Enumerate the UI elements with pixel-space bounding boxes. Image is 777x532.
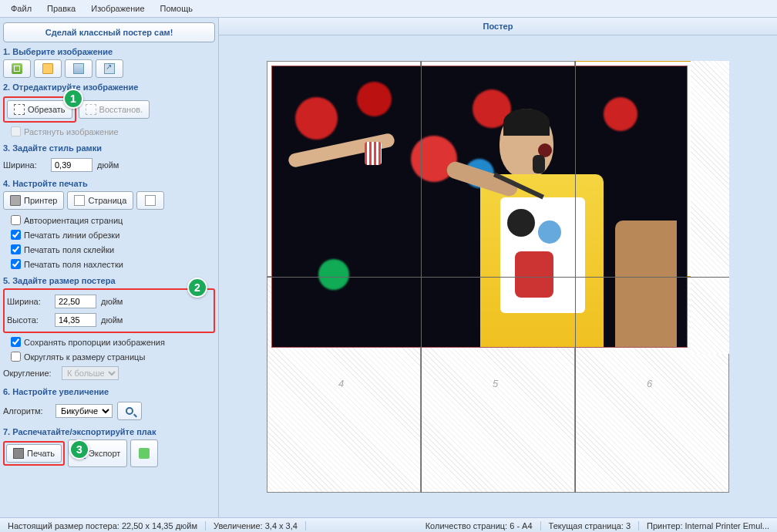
page-num-5: 5 [493, 378, 498, 389]
overlap-margins-checkbox[interactable] [11, 259, 21, 269]
status-page-count: Количество страниц: 6 - A4 [418, 521, 541, 530]
external-image-button[interactable] [96, 59, 123, 78]
menu-edit[interactable]: Правка [39, 2, 83, 15]
algo-select[interactable]: Бикубическ [56, 404, 113, 418]
glue-margins-checkbox[interactable] [11, 244, 21, 254]
stretch-checkbox [11, 126, 21, 136]
save-icon [139, 448, 150, 459]
page-num-6: 6 [647, 378, 652, 389]
cut-lines-checkbox[interactable] [11, 230, 21, 240]
page-num-4: 4 [338, 378, 344, 389]
round-page-checkbox[interactable] [11, 352, 21, 362]
keep-ratio-label: Сохранять пропорции изображения [24, 338, 165, 347]
section4-title: 4. Настройте печать [3, 179, 215, 188]
section7-title: 7. Распечатайте/экспортируйте плак [3, 427, 215, 436]
paste-image-button[interactable] [34, 59, 62, 78]
poster-width-input[interactable] [55, 295, 96, 308]
preview-title: Постер [219, 18, 777, 35]
menu-file[interactable]: Файл [3, 2, 39, 15]
printer-icon [10, 195, 21, 206]
sidebar: Сделай классный постер сам! 1. Выберите … [0, 18, 219, 517]
callout-2: 2 [187, 278, 207, 298]
overlap-margins-label: Печатать поля нахлестки [24, 260, 123, 269]
paste-icon [42, 63, 53, 74]
print-label: Печать [27, 449, 55, 458]
auto-orient-checkbox[interactable] [11, 215, 21, 225]
algo-label: Алгоритм: [3, 406, 51, 416]
round-select: К большем [62, 366, 119, 380]
round-label: Округление: [3, 369, 57, 378]
section2-title: 2. Отредактируйте изображение [3, 82, 215, 92]
page-extra-icon [145, 195, 156, 206]
poster-image [271, 66, 688, 348]
status-printer: Принтер: Internal Printer Emul... [639, 521, 777, 530]
page-icon [74, 195, 85, 206]
cut-lines-label: Печатать линии обрезки [24, 231, 119, 240]
menu-image[interactable]: Изображение [83, 2, 152, 15]
restore-button: Восстанов. [79, 100, 150, 119]
frame-width-input[interactable] [51, 158, 92, 172]
frame-width-unit: дюйм [97, 160, 119, 170]
status-zoom: Увеличение: 3,4 x 3,4 [206, 521, 306, 530]
scan-icon [73, 63, 84, 74]
restore-icon [86, 104, 96, 115]
external-icon [104, 63, 115, 74]
auto-orient-label: Автоориентация страниц [24, 216, 123, 225]
open-icon [12, 63, 22, 74]
stretch-label: Растянуть изображение [24, 127, 119, 136]
poster-width-label: Ширина: [7, 297, 50, 306]
banner-button[interactable]: Сделай классный постер сам! [3, 22, 215, 42]
printer-btn-label: Принтер [24, 196, 57, 205]
printer-button[interactable]: Принтер [3, 191, 64, 210]
keep-ratio-checkbox[interactable] [11, 337, 21, 347]
save-button[interactable] [130, 439, 158, 467]
callout-1: 1 [63, 89, 83, 109]
preview-panel: Постер 1 2 3 4 5 6 [219, 18, 777, 517]
section3-title: 3. Задайте стиль рамки [3, 143, 215, 153]
poster-height-label: Высота: [7, 315, 50, 325]
callout-3: 3 [69, 439, 89, 460]
export-label: Экспорт [89, 449, 120, 458]
status-real-size: Настоящий размер постера: 22,50 x 14,35 … [0, 521, 206, 530]
poster-canvas[interactable]: 1 2 3 4 5 6 [267, 61, 729, 493]
menubar: Файл Правка Изображение Помощь [0, 0, 777, 18]
open-image-button[interactable] [3, 59, 31, 78]
round-page-label: Округлять к размеру страницы [24, 352, 145, 362]
section1-title: 1. Выберите изображение [3, 47, 215, 56]
zoom-icon [126, 407, 133, 415]
poster-height-unit: дюйм [101, 315, 123, 325]
page-extra-button[interactable] [136, 191, 164, 210]
crop-icon [14, 104, 25, 115]
poster-width-unit: дюйм [101, 297, 123, 306]
crop-button[interactable]: Обрезать [7, 100, 72, 119]
scan-image-button[interactable] [65, 59, 92, 78]
crop-label: Обрезать [28, 105, 66, 114]
page-button[interactable]: Страница [67, 191, 133, 210]
glue-margins-label: Печатать поля склейки [24, 245, 114, 254]
poster-height-input[interactable] [55, 313, 96, 327]
print-button[interactable]: Печать [6, 444, 62, 463]
menu-help[interactable]: Помощь [153, 2, 201, 15]
section5-title: 5. Задайте размер постера [3, 276, 215, 285]
frame-width-label: Ширина: [3, 160, 46, 170]
print-icon [13, 448, 24, 459]
page-btn-label: Страница [88, 196, 126, 205]
status-current-page: Текущая страница: 3 [541, 521, 639, 530]
statusbar: Настоящий размер постера: 22,50 x 14,35 … [0, 517, 777, 532]
zoom-preview-button[interactable] [117, 402, 142, 420]
stretch-checkbox-row: Растянуть изображение [3, 124, 215, 139]
restore-label: Восстанов. [99, 105, 143, 114]
section6-title: 6. Настройте увеличение [3, 387, 215, 396]
